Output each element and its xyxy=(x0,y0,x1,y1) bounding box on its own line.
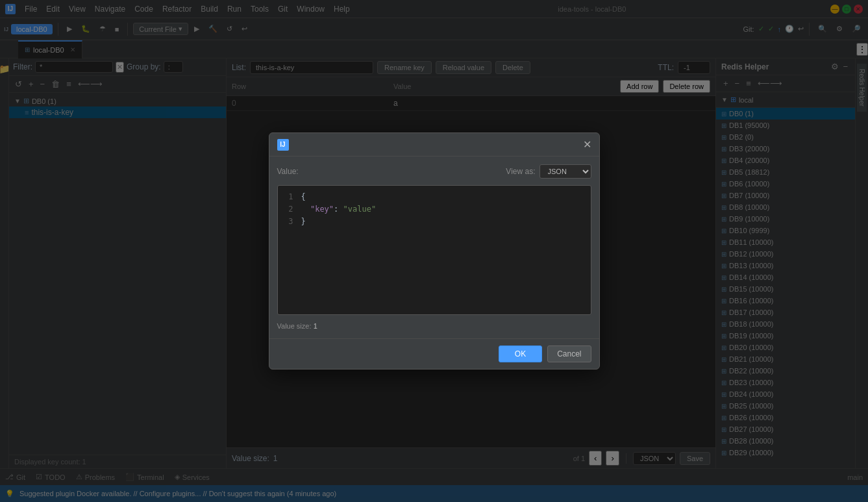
modal-view-as-label: View as: xyxy=(506,167,535,176)
modal-close-button[interactable]: ✕ xyxy=(583,138,591,151)
modal-value-row: Value: View as: JSON Text Binary Hex xyxy=(277,164,591,179)
modal-ok-button[interactable]: OK xyxy=(499,345,542,362)
line-num-3: 3 xyxy=(283,216,293,228)
line-num-1: 1 xyxy=(283,191,293,203)
modal-size-value: 1 xyxy=(314,322,317,330)
modal-app-icon: IJ xyxy=(277,139,289,151)
json-key: "key" xyxy=(301,205,334,214)
modal-size-row: Value size: 1 xyxy=(277,321,591,331)
modal-size-label: Value size: xyxy=(277,322,312,330)
modal-footer: OK Cancel xyxy=(269,338,599,369)
edit-value-modal: IJ ✕ Value: View as: JSON Text Binary He… xyxy=(269,132,600,370)
line-content-2: "key": "value" xyxy=(301,203,586,216)
line-num-2: 2 xyxy=(283,203,293,216)
modal-overlay: IJ ✕ Value: View as: JSON Text Binary He… xyxy=(0,0,868,502)
modal-header: IJ ✕ xyxy=(269,133,599,157)
code-line-3: 3 } xyxy=(283,216,586,228)
modal-value-label: Value: xyxy=(277,167,506,176)
modal-cancel-button[interactable]: Cancel xyxy=(547,345,591,362)
json-value: "value" xyxy=(343,205,377,214)
line-content-1: { xyxy=(301,191,586,203)
modal-view-select[interactable]: JSON Text Binary Hex xyxy=(539,164,591,179)
code-line-2: 2 "key": "value" xyxy=(283,203,586,216)
code-line-1: 1 { xyxy=(283,191,586,203)
line-content-3: } xyxy=(301,216,586,228)
modal-body: Value: View as: JSON Text Binary Hex 1 {… xyxy=(269,157,599,338)
json-colon: : xyxy=(334,205,343,214)
code-editor[interactable]: 1 { 2 "key": "value" 3 } xyxy=(277,185,591,315)
